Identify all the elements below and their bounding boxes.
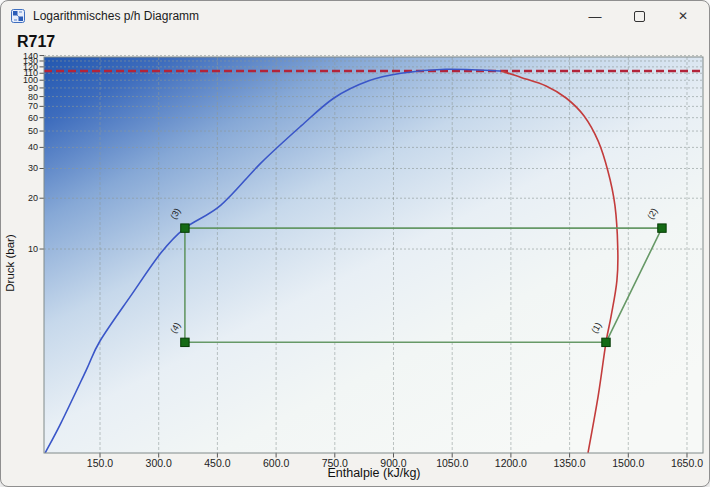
app-icon: [11, 9, 25, 23]
cycle-point-marker: [181, 338, 189, 346]
x-tick-label: 300.0: [146, 457, 172, 469]
x-tick-label: 1350.0: [554, 457, 586, 469]
y-tick-label: 60: [28, 113, 38, 123]
maximize-icon: [634, 11, 645, 22]
y-tick-label: 30: [28, 163, 38, 173]
maximize-button[interactable]: [617, 1, 661, 31]
y-tick-label: 50: [28, 126, 38, 136]
close-icon: ✕: [678, 9, 688, 23]
y-tick-label: 70: [28, 101, 38, 111]
x-axis-label: Enthalpie (kJ/kg): [327, 466, 420, 480]
cycle-point-marker: [602, 338, 610, 346]
ph-diagram-canvas: 150.0300.0450.0600.0750.0900.01050.01200…: [1, 1, 710, 487]
x-tick-label: 1050.0: [436, 457, 468, 469]
x-tick-label: 1500.0: [612, 457, 644, 469]
close-button[interactable]: ✕: [661, 1, 705, 31]
minimize-icon: —: [589, 9, 602, 24]
x-tick-label: 150.0: [87, 457, 113, 469]
x-tick-label: 600.0: [263, 457, 289, 469]
window-controls: — ✕: [573, 1, 705, 31]
y-tick-label: 40: [28, 142, 38, 152]
plot-background: [44, 57, 703, 453]
y-tick-label: 80: [28, 92, 38, 102]
y-axis-label: Druck (bar): [4, 234, 16, 292]
x-tick-label: 1650.0: [671, 457, 703, 469]
cycle-point-marker: [181, 224, 189, 232]
cycle-point-marker: [658, 224, 666, 232]
x-tick-label: 1200.0: [495, 457, 527, 469]
chart-title: R717: [17, 33, 55, 51]
minimize-button[interactable]: —: [573, 1, 617, 31]
window-title: Logarithmisches p/h Diagramm: [33, 9, 199, 23]
app-window: 150.0300.0450.0600.0750.0900.01050.01200…: [0, 0, 710, 487]
y-tick-label: 10: [28, 244, 38, 254]
y-tick-label: 20: [28, 193, 38, 203]
x-tick-label: 450.0: [204, 457, 230, 469]
